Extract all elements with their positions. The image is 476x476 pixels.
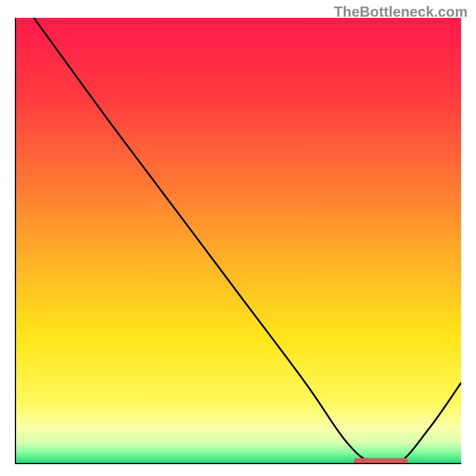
curve-line [16, 18, 461, 463]
watermark-text: TheBottleneck.com [334, 4, 468, 20]
chart-container: TheBottleneck.com [0, 0, 476, 476]
optimal-range-marker [354, 458, 408, 464]
plot-area [15, 18, 461, 464]
bottleneck-curve [16, 18, 461, 463]
